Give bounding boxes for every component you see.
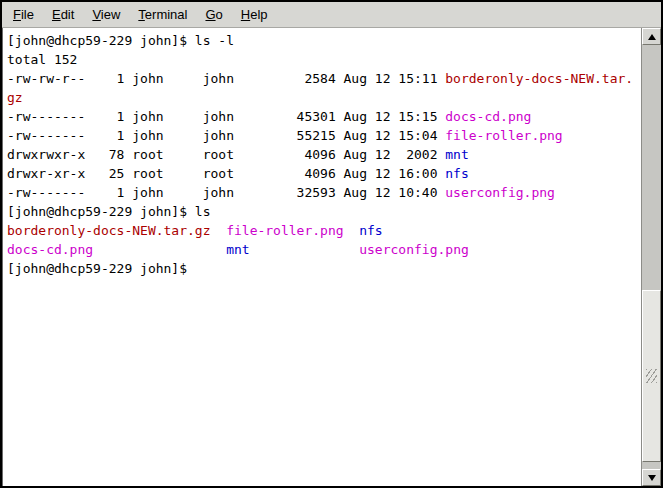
scrollbar-thumb[interactable]: [642, 290, 661, 462]
terminal-line: drwxrwxr-x 78 root root 4096 Aug 12 2002…: [7, 145, 641, 164]
scrollbar-track[interactable]: [642, 45, 661, 469]
terminal-line: [john@dhcp59-229 john]$ ls -l: [7, 31, 641, 50]
terminal-line: -rw-rw-r-- 1 john john 2584 Aug 12 15:11…: [7, 69, 641, 88]
text-segment: file-roller.png: [445, 128, 562, 143]
text-segment: -rw-rw-r-- 1 john john 2584 Aug 12 15:11: [7, 71, 445, 86]
terminal-output[interactable]: [john@dhcp59-229 john]$ ls -ltotal 152-r…: [2, 28, 641, 486]
menu-help[interactable]: Help: [232, 3, 277, 26]
text-segment: borderonly-docs-NEW.tar.gz: [7, 223, 211, 238]
terminal-body: [john@dhcp59-229 john]$ ls -ltotal 152-r…: [2, 28, 661, 486]
thumb-grip-icon: [646, 369, 657, 383]
terminal-line: total 152: [7, 50, 641, 69]
text-segment: drwxr-xr-x 25 root root 4096 Aug 12 16:0…: [7, 166, 445, 181]
menubar: File Edit View Terminal Go Help: [2, 2, 661, 28]
text-segment: [john@dhcp59-229 john]$: [7, 261, 187, 276]
menu-view[interactable]: View: [83, 3, 129, 26]
text-segment: -rw------- 1 john john 45301 Aug 12 15:1…: [7, 109, 445, 124]
text-segment: docs-cd.png: [7, 242, 93, 257]
terminal-line: docs-cd.png mnt userconfig.png: [7, 240, 641, 259]
menu-file[interactable]: File: [4, 3, 43, 26]
scroll-down-button[interactable]: [642, 469, 661, 486]
terminal-line: gz: [7, 88, 641, 107]
menu-go[interactable]: Go: [196, 3, 231, 26]
text-segment: -rw------- 1 john john 32593 Aug 12 10:4…: [7, 185, 445, 200]
text-segment: userconfig.png: [445, 185, 555, 200]
scroll-up-button[interactable]: [642, 28, 661, 45]
down-arrow-icon: [648, 475, 656, 481]
text-segment: drwxrwxr-x 78 root root 4096 Aug 12 2002: [7, 147, 445, 162]
text-segment: mnt: [445, 147, 468, 162]
text-segment: mnt: [226, 242, 249, 257]
terminal-line: drwxr-xr-x 25 root root 4096 Aug 12 16:0…: [7, 164, 641, 183]
text-segment: [344, 223, 360, 238]
terminal-line: -rw------- 1 john john 32593 Aug 12 10:4…: [7, 183, 641, 202]
terminal-line: [john@dhcp59-229 john]$: [7, 259, 641, 278]
text-segment: nfs: [445, 166, 468, 181]
up-arrow-icon: [648, 34, 656, 40]
scrollbar: [641, 28, 661, 486]
terminal-line: [john@dhcp59-229 john]$ ls: [7, 202, 641, 221]
text-segment: docs-cd.png: [445, 109, 531, 124]
text-segment: [250, 242, 360, 257]
text-segment: userconfig.png: [359, 242, 469, 257]
text-segment: [john@dhcp59-229 john]$ ls: [7, 204, 211, 219]
text-segment: -rw------- 1 john john 55215 Aug 12 15:0…: [7, 128, 445, 143]
terminal-line: -rw------- 1 john john 45301 Aug 12 15:1…: [7, 107, 641, 126]
menu-terminal[interactable]: Terminal: [129, 3, 196, 26]
terminal-line: borderonly-docs-NEW.tar.gz file-roller.p…: [7, 221, 641, 240]
text-segment: [211, 223, 227, 238]
terminal-window: File Edit View Terminal Go Help [john@dh…: [0, 0, 663, 488]
menu-edit[interactable]: Edit: [43, 3, 83, 26]
text-segment: [93, 242, 226, 257]
text-segment: [john@dhcp59-229 john]$ ls -l: [7, 33, 234, 48]
text-segment: borderonly-docs-NEW.tar.: [445, 71, 633, 86]
terminal-line: -rw------- 1 john john 55215 Aug 12 15:0…: [7, 126, 641, 145]
text-segment: nfs: [359, 223, 382, 238]
text-segment: file-roller.png: [226, 223, 343, 238]
text-segment: total 152: [7, 52, 77, 67]
text-segment: gz: [7, 90, 23, 105]
